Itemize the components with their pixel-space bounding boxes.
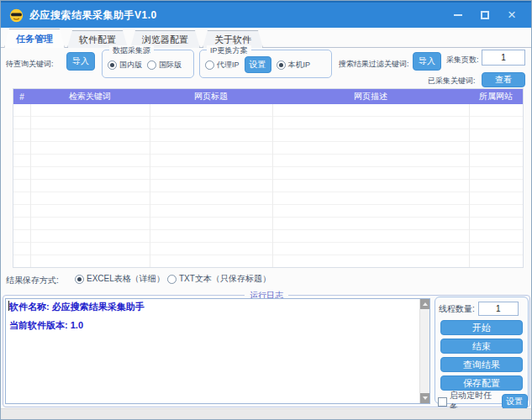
results-table: # 检索关键词 网页标题 网页描述 所属网站: [13, 88, 524, 268]
radio-local-ip-label: 本机IP: [288, 60, 311, 71]
table-grid-line: [469, 104, 470, 267]
log-line: 当前软件版本: 1.0: [6, 318, 429, 336]
radio-proxy-ip-icon: [205, 60, 214, 70]
ip-scheme-group-title: IP更换方案: [207, 45, 251, 56]
minimize-button[interactable]: [447, 6, 469, 24]
radio-excel-label: EXCEL表格（详细）: [87, 273, 165, 285]
table-grid-line: [272, 104, 273, 267]
radio-proxy-ip-label: 代理IP: [217, 60, 240, 71]
text-caret: [8, 301, 9, 311]
tab-task-management[interactable]: 任务管理: [4, 29, 65, 48]
view-collected-button[interactable]: 查看: [482, 72, 525, 87]
collected-keywords-label: 已采集关键词:: [428, 76, 476, 87]
radio-international-label: 国际版: [159, 60, 182, 71]
scroll-up-icon[interactable]: [420, 299, 430, 309]
control-panel: 线程数量: 1 开始 结束 查询结果 保存配置 启动定时任务 设置: [435, 297, 529, 404]
tab-bar: 任务管理 软件配置 浏览器配置 关于软件: [1, 28, 531, 48]
radio-domestic-icon: [108, 60, 117, 70]
radio-proxy-ip[interactable]: 代理IP: [205, 60, 240, 71]
filter-keywords-label: 搜索结果过滤关键词:: [339, 59, 409, 70]
table-body[interactable]: [13, 104, 523, 267]
import-filter-button[interactable]: 导入: [413, 52, 441, 71]
radio-excel-icon: [75, 275, 84, 284]
stop-button[interactable]: 结束: [440, 339, 523, 354]
close-button[interactable]: ×: [501, 6, 523, 24]
threads-input[interactable]: 1: [478, 302, 519, 316]
query-results-button[interactable]: 查询结果: [440, 357, 523, 372]
table-header: # 检索关键词 网页标题 网页描述 所属网站: [13, 89, 523, 104]
radio-txt[interactable]: TXT文本（只保存标题）: [167, 273, 271, 285]
table-grid-line: [30, 104, 31, 267]
proxy-settings-button[interactable]: 设置: [245, 56, 271, 73]
radio-local-ip-icon: [277, 60, 286, 70]
col-website: 所属网站: [469, 91, 523, 102]
threads-label: 线程数量:: [439, 303, 475, 315]
toolbar: 待查询关键词: 导入 数据采集源 国内版 国际版 IP更换方案 代理IP: [1, 48, 531, 88]
window-title: 必应搜索结果采集助手V1.0: [29, 8, 157, 23]
log-line: 软件名称: 必应搜索结果采集助手: [6, 299, 429, 318]
col-page-description: 网页描述: [272, 91, 469, 102]
app-window: 必应搜索结果采集助手V1.0 × 任务管理 软件配置 浏览器配置 关于软件 待查…: [0, 0, 532, 420]
col-search-keyword: 检索关键词: [30, 91, 150, 102]
save-options-row: 结果保存方式: EXCEL表格（详细） TXT文本（只保存标题）: [1, 270, 531, 288]
radio-international[interactable]: 国际版: [147, 60, 182, 71]
titlebar: 必应搜索结果采集助手V1.0 ×: [1, 1, 531, 28]
save-mode-label: 结果保存方式:: [6, 275, 59, 286]
radio-txt-label: TXT文本（只保存标题）: [179, 273, 271, 285]
import-keywords-button[interactable]: 导入: [66, 52, 95, 71]
col-index: #: [13, 92, 30, 102]
radio-domestic-label: 国内版: [119, 60, 142, 71]
start-button[interactable]: 开始: [440, 320, 523, 335]
log-output[interactable]: 软件名称: 必应搜索结果采集助手 当前软件版本: 1.0: [5, 298, 430, 404]
data-source-group: 数据采集源 国内版 国际版: [102, 50, 194, 78]
col-page-title: 网页标题: [150, 91, 272, 102]
scroll-down-icon[interactable]: [420, 393, 430, 403]
save-config-button[interactable]: 保存配置: [440, 375, 523, 391]
radio-local-ip[interactable]: 本机IP: [277, 60, 311, 71]
app-icon: [9, 8, 24, 23]
ip-scheme-group: IP更换方案 代理IP 设置 本机IP: [199, 50, 332, 78]
radio-domestic[interactable]: 国内版: [108, 60, 142, 71]
timer-checkbox[interactable]: [438, 397, 447, 407]
pending-keywords-label: 待查询关键词:: [6, 59, 54, 70]
maximize-button[interactable]: [474, 6, 496, 24]
data-source-group-title: 数据采集源: [109, 45, 154, 56]
timer-settings-button[interactable]: 设置: [502, 394, 528, 409]
table-grid-line: [150, 104, 150, 267]
window-bottom-edge: [1, 408, 531, 419]
radio-international-icon: [147, 60, 156, 70]
radio-excel[interactable]: EXCEL表格（详细）: [75, 273, 165, 285]
radio-txt-icon: [167, 275, 176, 284]
pages-label: 采集页数:: [446, 55, 479, 66]
pages-input[interactable]: 1: [482, 50, 525, 66]
log-scrollbar[interactable]: [419, 299, 429, 403]
